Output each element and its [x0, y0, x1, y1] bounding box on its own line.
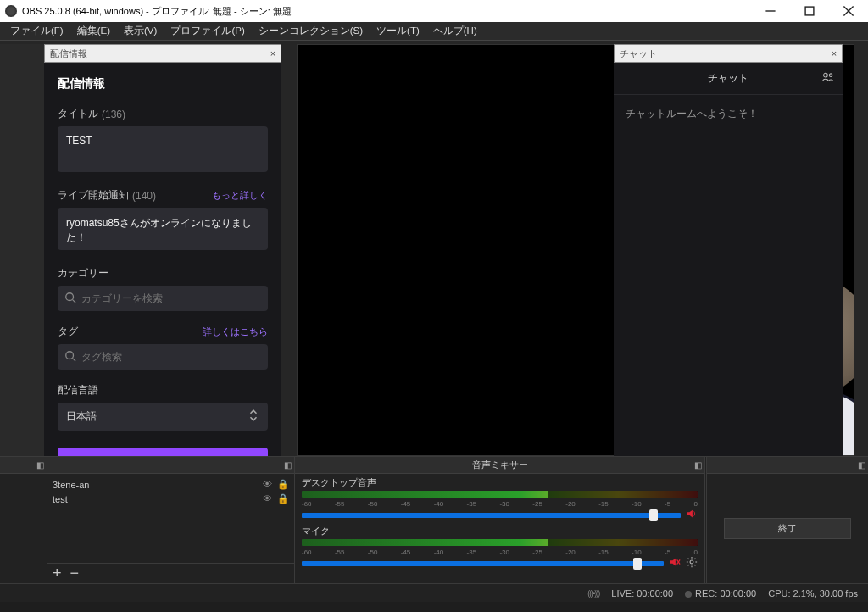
golive-more-link[interactable]: もっと詳しく — [212, 189, 268, 202]
mixer-channel-desktop: デスクトップ音声 -60-55-50-45-40-35-30-25-20-15-… — [302, 477, 698, 522]
language-value: 日本語 — [66, 409, 97, 424]
stream-info-heading: 配信情報 — [58, 76, 268, 92]
search-icon — [64, 350, 76, 364]
tags-more-link[interactable]: 詳しくはこちら — [203, 325, 268, 338]
menu-tools[interactable]: ツール(T) — [370, 23, 426, 39]
golive-input[interactable] — [58, 208, 268, 250]
search-icon — [64, 292, 76, 306]
maximize-button[interactable] — [790, 0, 829, 22]
lock-icon[interactable]: 🔒 — [277, 493, 289, 504]
scenes-header: ◧ — [0, 457, 47, 474]
svg-point-4 — [66, 292, 74, 300]
scenes-dock: ◧ — [0, 457, 47, 583]
chat-body: チャットルームへようこそ！ — [614, 95, 843, 495]
menu-view[interactable]: 表示(V) — [117, 23, 164, 39]
status-rec: REC: 00:00:00 — [695, 588, 756, 598]
eye-icon[interactable]: 👁 — [263, 493, 272, 504]
menu-profile[interactable]: プロファイル(P) — [164, 23, 251, 39]
source-name: test — [53, 494, 68, 504]
window-title: OBS 25.0.8 (64-bit, windows) - プロファイル: 無… — [22, 5, 292, 18]
language-label: 配信言語 — [58, 383, 268, 398]
main-area: 配信情報 × 配信情報 タイトル (136) ライブ開始通知 (140) もっと… — [0, 41, 868, 583]
db-ticks: -60-55-50-45-40-35-30-25-20-15-10-50 — [302, 548, 698, 556]
stream-info-tab[interactable]: 配信情報 × — [44, 44, 281, 63]
speaker-icon[interactable] — [686, 508, 698, 522]
sources-toolbar: + − — [47, 563, 294, 583]
chat-welcome: チャットルームへようこそ！ — [626, 108, 758, 120]
sources-dock: ◧ 3tene-an 👁🔒 test 👁🔒 + − — [47, 457, 295, 583]
svg-point-16 — [690, 560, 693, 564]
svg-line-7 — [73, 358, 76, 361]
vu-meter — [302, 539, 698, 546]
minimize-button[interactable] — [751, 0, 790, 22]
popout-icon[interactable]: ◧ — [694, 460, 702, 470]
title-count: (136) — [102, 108, 125, 120]
exit-button[interactable]: 終了 — [724, 518, 851, 539]
obs-logo-icon — [5, 5, 17, 17]
volume-slider[interactable] — [302, 561, 664, 566]
svg-point-8 — [824, 73, 828, 77]
title-label: タイトル (136) — [58, 107, 268, 121]
rec-dot-icon — [685, 591, 692, 598]
category-label: カテゴリー — [58, 266, 268, 281]
docks-row: ◧ ◧ 3tene-an 👁🔒 test 👁🔒 + − — [0, 456, 868, 583]
stream-info-tab-close-icon[interactable]: × — [265, 48, 281, 58]
users-icon[interactable] — [822, 71, 834, 86]
titlebar: OBS 25.0.8 (64-bit, windows) - プロファイル: 無… — [0, 0, 868, 22]
svg-point-9 — [829, 74, 832, 77]
vu-meter — [302, 491, 698, 498]
close-button[interactable] — [829, 0, 868, 22]
chat-tab[interactable]: チャット × — [614, 44, 843, 63]
volume-slider[interactable] — [302, 513, 681, 518]
menubar: ファイル(F) 編集(E) 表示(V) プロファイル(P) シーンコレクション(… — [0, 22, 868, 41]
stream-signal-icon — [587, 589, 599, 598]
chevron-updown-icon — [248, 409, 259, 424]
category-search-input[interactable] — [76, 291, 261, 306]
status-cpu: CPU: 2.1%, 30.00 fps — [768, 588, 858, 598]
chat-header: チャット — [614, 63, 843, 95]
tags-search-input[interactable] — [76, 349, 261, 364]
status-live: LIVE: 00:00:00 — [611, 588, 673, 598]
chat-tab-close-icon[interactable]: × — [826, 48, 842, 58]
channel-name: デスクトップ音声 — [302, 477, 376, 489]
statusbar: LIVE: 00:00:00 REC: 00:00:00 CPU: 2.1%, … — [0, 583, 868, 602]
menu-edit[interactable]: 編集(E) — [70, 23, 117, 39]
menu-scene-collection[interactable]: シーンコレクション(S) — [252, 23, 370, 39]
popout-icon[interactable]: ◧ — [36, 460, 44, 470]
channel-name: マイク — [302, 526, 330, 537]
chat-heading: チャット — [708, 71, 748, 86]
controls-header: ◧ — [707, 457, 868, 474]
left-gutter — [0, 44, 44, 456]
source-name: 3tene-an — [53, 480, 89, 490]
chat-tab-label: チャット — [620, 47, 657, 60]
speaker-muted-icon[interactable] — [669, 556, 681, 570]
mixer-heading: 音声ミキサー — [472, 459, 528, 471]
sources-header: ◧ — [47, 457, 294, 474]
golive-count: (140) — [132, 190, 156, 202]
popout-icon[interactable]: ◧ — [858, 460, 865, 470]
language-select[interactable]: 日本語 — [58, 403, 268, 431]
controls-dock: ◧ 終了 — [707, 457, 868, 583]
lock-icon[interactable]: 🔒 — [277, 479, 289, 490]
mixer-dock: 音声ミキサー ◧ デスクトップ音声 -60-55-50-45-40-35-30-… — [295, 457, 705, 583]
source-item[interactable]: 3tene-an 👁🔒 — [53, 477, 289, 492]
golive-label: ライブ開始通知 (140) もっと詳しく — [58, 188, 268, 203]
title-input[interactable] — [58, 126, 268, 172]
gear-icon[interactable] — [686, 556, 698, 570]
source-item[interactable]: test 👁🔒 — [53, 492, 289, 506]
menu-help[interactable]: ヘルプ(H) — [426, 23, 484, 39]
stream-info-tab-label: 配信情報 — [50, 47, 87, 60]
add-source-button[interactable]: + — [53, 565, 62, 582]
tags-label: タグ 詳しくはこちら — [58, 325, 268, 339]
menu-file[interactable]: ファイル(F) — [3, 23, 70, 39]
category-search[interactable] — [58, 286, 268, 311]
remove-source-button[interactable]: − — [70, 565, 80, 582]
mixer-channel-mic: マイク -60-55-50-45-40-35-30-25-20-15-10-50 — [302, 526, 698, 570]
svg-line-5 — [73, 299, 76, 303]
tags-search[interactable] — [58, 344, 268, 370]
db-ticks: -60-55-50-45-40-35-30-25-20-15-10-50 — [302, 500, 698, 508]
eye-icon[interactable]: 👁 — [263, 479, 272, 490]
sources-list[interactable]: 3tene-an 👁🔒 test 👁🔒 — [47, 474, 294, 563]
popout-icon[interactable]: ◧ — [284, 460, 292, 470]
mixer-header: 音声ミキサー ◧ — [295, 457, 704, 474]
